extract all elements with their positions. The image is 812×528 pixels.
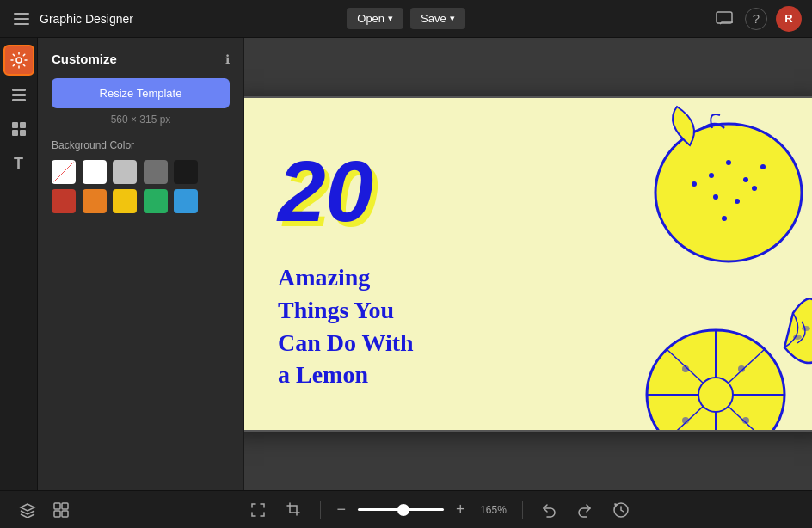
svg-point-18 [752,186,757,191]
avatar[interactable]: R [776,6,802,32]
lemon-illustration [462,98,812,432]
svg-rect-9 [20,122,26,128]
svg-point-16 [713,194,718,200]
open-button[interactable]: Open ▾ [347,8,403,29]
svg-point-13 [709,173,714,178]
bottom-toolbar: − + 165% [0,490,812,528]
grid-button[interactable] [48,499,74,521]
svg-point-15 [743,177,748,182]
color-swatch-red[interactable] [52,189,76,213]
svg-point-17 [735,199,740,204]
svg-rect-2 [14,23,29,25]
header: Graphic Designer Open ▾ Save ▾ ? R [0,0,812,38]
canvas-body-text: Amazing Things You Can Do With a Lemon [278,261,414,391]
svg-point-23 [793,335,802,340]
color-swatch-blue[interactable] [174,189,198,213]
layers-panel-button[interactable] [14,499,41,521]
hamburger-menu-button[interactable] [10,9,33,28]
svg-point-12 [655,124,802,261]
color-swatch-green[interactable] [144,189,168,213]
resize-template-button[interactable]: Resize Template [52,78,230,108]
color-swatch-black[interactable] [174,160,198,184]
svg-point-20 [692,181,697,187]
sidebar-item-customize[interactable] [3,45,34,76]
color-swatch-light-gray[interactable] [113,160,137,184]
svg-rect-36 [54,511,60,517]
svg-rect-7 [12,99,26,101]
header-right: ? R [472,6,802,32]
svg-rect-5 [12,89,26,91]
bg-color-label: Background Color [52,139,230,151]
color-swatch-dark-gray[interactable] [144,160,168,184]
app-title: Graphic Designer [40,12,133,26]
svg-rect-3 [717,12,732,23]
icon-sidebar: T [0,38,38,490]
canvas-wrapper: 20 Amazing Things You Can Do With a Lemo… [244,96,812,432]
canvas-content: 20 Amazing Things You Can Do With a Lemo… [244,98,812,430]
customize-title: Customize [52,52,117,66]
divider [320,501,321,519]
svg-rect-37 [62,511,68,517]
svg-rect-8 [12,122,18,128]
info-icon[interactable]: ℹ [225,52,230,66]
redo-button[interactable] [571,498,599,522]
svg-rect-34 [54,503,60,509]
svg-point-22 [802,326,810,331]
zoom-percent: 165% [477,504,510,516]
color-swatch-yellow[interactable] [113,189,137,213]
svg-point-33 [682,417,689,424]
svg-rect-11 [20,130,26,136]
customize-header: Customize ℹ [52,52,230,66]
dimensions-text: 560 × 315 px [52,114,230,126]
color-swatch-transparent[interactable] [52,160,76,184]
history-button[interactable] [607,498,635,522]
color-swatch-white[interactable] [83,160,107,184]
color-swatch-orange[interactable] [83,189,107,213]
svg-rect-10 [12,130,18,136]
canvas-number: 20 [278,148,373,234]
comment-button[interactable] [712,8,736,30]
customize-panel: Customize ℹ Resize Template 560 × 315 px… [38,38,244,490]
fit-to-screen-button[interactable] [244,498,272,522]
bottom-toolbar-left [14,499,74,521]
header-center: Open ▾ Save ▾ [347,8,464,29]
svg-rect-0 [14,13,29,15]
svg-point-31 [742,417,749,424]
svg-rect-1 [14,18,29,20]
svg-rect-35 [62,503,68,509]
svg-point-19 [722,216,727,221]
save-button[interactable]: Save ▾ [410,8,465,29]
svg-point-30 [682,365,689,372]
svg-rect-6 [12,94,26,96]
sidebar-item-layers[interactable] [3,79,34,110]
zoom-in-button[interactable]: + [452,499,469,520]
svg-point-32 [738,365,745,372]
canvas-area: 20 Amazing Things You Can Do With a Lemo… [244,38,812,490]
help-button[interactable]: ? [745,8,767,30]
undo-button[interactable] [535,498,563,522]
svg-point-29 [698,378,733,412]
divider2 [522,501,523,519]
zoom-slider[interactable] [358,508,444,511]
svg-point-4 [16,58,22,63]
svg-point-21 [760,164,766,169]
sidebar-item-text[interactable]: T [3,148,34,179]
main-area: T Customize ℹ Resize Template 560 × 315 … [0,38,812,490]
zoom-out-button[interactable]: − [333,499,349,520]
svg-point-14 [726,160,731,165]
bottom-toolbar-center: − + 165% [81,498,798,522]
color-grid [52,160,230,213]
crop-button[interactable] [280,498,308,522]
sidebar-item-elements[interactable] [3,114,34,144]
header-left: Graphic Designer [10,9,340,28]
